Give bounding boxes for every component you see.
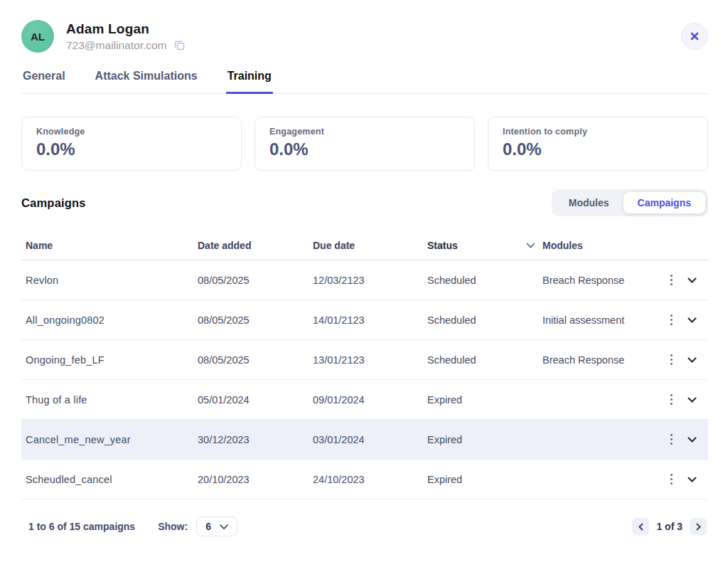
page-info: 1 of 3 — [656, 521, 682, 532]
user-training-panel: AL Adam Logan 723@mailinator.com — [0, 0, 728, 577]
stat-label: Engagement — [269, 127, 460, 137]
previous-page-button[interactable] — [632, 518, 649, 535]
view-toggle: Modules Campaigns — [552, 189, 708, 216]
column-header-modules[interactable]: Modules — [542, 240, 667, 251]
table-footer: 1 to 6 of 15 campaigns Show: 6 1 of 3 — [21, 517, 708, 536]
row-actions — [667, 272, 708, 288]
campaigns-table: Name Date added Due date Status Modules … — [21, 231, 708, 499]
cell-name: Ongoing_feb_LF — [26, 354, 198, 366]
cell-status: Expired — [427, 474, 542, 485]
user-name: Adam Logan — [66, 21, 186, 37]
chevron-down-icon — [687, 477, 697, 482]
cell-date-added: 05/01/2024 — [198, 394, 313, 406]
cell-status: Expired — [427, 434, 542, 445]
cell-date-added: 20/10/2023 — [198, 474, 313, 485]
cell-modules: Breach Response — [542, 275, 667, 286]
cell-date-added: 08/05/2025 — [198, 354, 313, 366]
stat-label: Knowledge — [36, 127, 227, 137]
copy-icon — [173, 39, 186, 51]
row-actions — [667, 352, 708, 368]
row-actions — [667, 432, 708, 448]
next-page-button[interactable] — [690, 518, 707, 535]
column-header-date-added[interactable]: Date added — [198, 240, 313, 251]
stat-label: Intention to comply — [503, 127, 693, 137]
toggle-campaigns-button[interactable]: Campaigns — [623, 192, 705, 213]
copy-email-button[interactable] — [173, 39, 186, 51]
chevron-down-icon — [687, 397, 697, 403]
page-size-select[interactable]: 6 — [196, 517, 237, 536]
table-header: Name Date added Due date Status Modules — [21, 231, 708, 260]
cell-status: Expired — [427, 394, 542, 406]
column-header-status[interactable]: Status — [427, 240, 542, 251]
cell-name: All_ongoing0802 — [26, 314, 198, 326]
row-expand-button[interactable] — [687, 477, 697, 482]
row-menu-button[interactable] — [668, 472, 675, 487]
results-summary: 1 to 6 of 15 campaigns — [28, 521, 135, 532]
row-menu-button[interactable] — [668, 352, 675, 368]
chevron-down-icon — [687, 317, 697, 323]
stat-value: 0.0% — [503, 139, 693, 159]
row-menu-button[interactable] — [668, 272, 675, 288]
cell-modules: Initial assessment — [542, 314, 667, 326]
profile-header: AL Adam Logan 723@mailinator.com — [21, 20, 708, 53]
cell-due-date: 13/01/2123 — [313, 354, 427, 366]
cell-due-date: 03/01/2024 — [313, 434, 427, 445]
column-header-due-date[interactable]: Due date — [313, 240, 427, 251]
row-expand-button[interactable] — [687, 437, 697, 443]
row-menu-button[interactable] — [668, 312, 675, 328]
cell-status: Scheduled — [427, 314, 542, 326]
cell-modules: Breach Response — [542, 354, 667, 366]
row-actions — [667, 312, 708, 328]
table-row[interactable]: Revlon08/05/202512/03/2123ScheduledBreac… — [21, 260, 708, 300]
avatar: AL — [21, 20, 54, 53]
cell-status: Scheduled — [427, 354, 542, 366]
row-expand-button[interactable] — [687, 357, 697, 363]
stat-value: 0.0% — [269, 139, 460, 159]
sort-chevron-icon — [526, 243, 535, 248]
table-row[interactable]: Scheudled_cancel20/10/202324/10/2023Expi… — [21, 460, 708, 499]
table-row[interactable]: Cancel_me_new_year30/12/202303/01/2024Ex… — [21, 420, 708, 460]
stat-card-intention: Intention to comply 0.0% — [488, 117, 708, 171]
row-menu-button[interactable] — [668, 392, 675, 408]
row-expand-button[interactable] — [687, 397, 697, 403]
table-row[interactable]: Ongoing_feb_LF08/05/202513/01/2123Schedu… — [21, 340, 708, 380]
cell-name: Scheudled_cancel — [26, 474, 198, 485]
cell-date-added: 08/05/2025 — [198, 314, 313, 326]
row-expand-button[interactable] — [687, 317, 697, 323]
table-body: Revlon08/05/202512/03/2123ScheduledBreac… — [21, 260, 708, 499]
chevron-right-icon — [696, 523, 701, 531]
cell-name: Cancel_me_new_year — [26, 434, 198, 445]
table-row[interactable]: All_ongoing080208/05/202514/01/2123Sched… — [21, 300, 708, 340]
stat-card-engagement: Engagement 0.0% — [255, 117, 475, 171]
table-row[interactable]: Thug of a life05/01/202409/01/2024Expire… — [21, 380, 708, 420]
close-button[interactable] — [681, 23, 708, 50]
tab-bar: General Attack Simulations Training — [21, 70, 708, 94]
cell-date-added: 08/05/2025 — [198, 275, 313, 286]
row-actions — [667, 392, 708, 408]
tab-training[interactable]: Training — [226, 70, 273, 94]
chevron-down-icon — [687, 277, 697, 283]
cell-date-added: 30/12/2023 — [198, 434, 313, 445]
chevron-down-icon — [687, 357, 697, 363]
close-icon — [690, 32, 699, 41]
stat-value: 0.0% — [36, 139, 227, 159]
row-menu-button[interactable] — [668, 432, 675, 448]
chevron-down-icon — [687, 437, 697, 443]
tab-general[interactable]: General — [21, 70, 67, 94]
user-email: 723@mailinator.com — [66, 39, 167, 52]
show-label: Show: — [158, 521, 188, 532]
cell-due-date: 09/01/2024 — [313, 394, 427, 406]
campaigns-title: Campaigns — [21, 196, 86, 210]
tab-attack-simulations[interactable]: Attack Simulations — [94, 70, 199, 94]
cell-name: Revlon — [26, 275, 198, 286]
chevron-left-icon — [638, 523, 643, 531]
cell-status: Scheduled — [427, 275, 542, 286]
stats-row: Knowledge 0.0% Engagement 0.0% Intention… — [21, 117, 708, 171]
row-expand-button[interactable] — [687, 277, 697, 283]
row-actions — [667, 472, 708, 487]
column-header-name[interactable]: Name — [26, 240, 198, 251]
pagination: 1 of 3 — [632, 518, 707, 535]
toggle-modules-button[interactable]: Modules — [555, 192, 623, 213]
cell-due-date: 24/10/2023 — [313, 474, 427, 485]
cell-name: Thug of a life — [26, 394, 198, 406]
